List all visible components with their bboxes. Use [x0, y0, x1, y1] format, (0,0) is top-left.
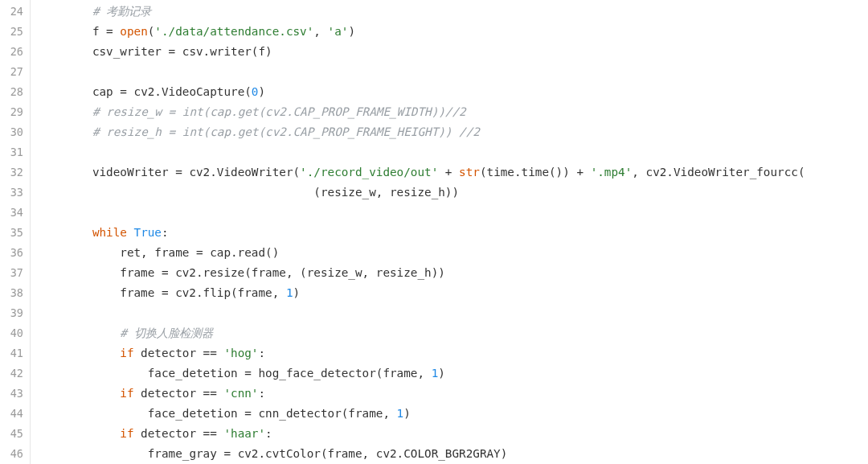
code-line[interactable] — [37, 62, 868, 82]
code-token: face_detetion = cnn_detector(frame, — [148, 407, 397, 420]
line-number: 37 — [0, 263, 30, 283]
line-number: 34 — [0, 203, 30, 223]
code-token: : — [265, 427, 272, 440]
code-token: '.mp4' — [591, 166, 633, 179]
line-number: 35 — [0, 223, 30, 243]
code-line[interactable]: ret, frame = cap.read() — [37, 243, 868, 263]
line-number: 36 — [0, 243, 30, 263]
code-token — [127, 226, 134, 239]
code-token: : — [258, 347, 265, 359]
code-token: ) — [438, 367, 445, 380]
code-token: videoWriter = cv2.VideoWriter( — [92, 166, 300, 179]
code-token: 'haar' — [223, 427, 265, 440]
code-token: , — [313, 25, 327, 38]
code-line[interactable]: cap = cv2.VideoCapture(0) — [37, 82, 868, 102]
line-number: 41 — [0, 343, 30, 363]
indent — [37, 367, 148, 380]
code-token: , cv2.VideoWriter_fourcc( — [632, 166, 805, 179]
indent — [37, 105, 92, 118]
code-token: ) — [258, 85, 265, 98]
code-token: 'hog' — [223, 347, 258, 359]
code-line[interactable]: videoWriter = cv2.VideoWriter('./record_… — [37, 162, 868, 183]
indent — [37, 347, 120, 359]
code-token: ) — [293, 286, 301, 299]
code-line[interactable]: # resize_h = int(cap.get(cv2.CAP_PROP_FR… — [37, 122, 868, 142]
indent — [37, 286, 120, 299]
code-token: : — [258, 387, 265, 400]
code-line[interactable]: face_detetion = cnn_detector(frame, 1) — [37, 404, 868, 424]
indent — [37, 186, 313, 199]
indent — [37, 226, 92, 239]
indent — [37, 5, 92, 18]
code-line[interactable]: frame = cv2.flip(frame, 1) — [37, 283, 868, 303]
code-token: ) — [403, 407, 411, 420]
code-line[interactable]: if detector == 'hog': — [37, 343, 868, 363]
code-line[interactable]: frame_gray = cv2.cvtColor(frame, cv2.COL… — [37, 444, 868, 464]
code-line[interactable]: # 切换人脸检测器 — [37, 323, 868, 343]
line-number-gutter: 2425262728293031323334353637383940414243… — [0, 0, 31, 464]
code-token: face_detetion = hog_face_detector(frame, — [148, 367, 432, 380]
code-token: './data/attendance.csv' — [154, 25, 313, 38]
code-token: + — [438, 166, 459, 179]
code-line[interactable]: f = open('./data/attendance.csv', 'a') — [37, 22, 868, 42]
code-token: if — [120, 387, 133, 400]
code-token: # 考勤记录 — [92, 5, 151, 18]
code-editor: 2425262728293031323334353637383940414243… — [0, 0, 868, 464]
code-line[interactable]: (resize_w, resize_h)) — [37, 183, 868, 203]
code-token: './record_video/out' — [300, 166, 438, 179]
code-line[interactable]: # resize_w = int(cap.get(cv2.CAP_PROP_FR… — [37, 102, 868, 122]
code-token: # resize_h = int(cap.get(cv2.CAP_PROP_FR… — [92, 125, 480, 138]
code-token: True — [134, 226, 162, 239]
indent — [37, 25, 92, 38]
code-line[interactable]: while True: — [37, 223, 868, 243]
code-token: # 切换人脸检测器 — [120, 326, 212, 339]
code-line[interactable]: csv_writer = csv.writer(f) — [37, 42, 868, 62]
code-line[interactable]: frame = cv2.resize(frame, (resize_w, res… — [37, 263, 868, 283]
code-token: 1 — [397, 407, 404, 420]
line-number: 25 — [0, 22, 30, 42]
code-token: detector == — [134, 347, 224, 359]
line-number: 28 — [0, 82, 30, 102]
code-token: f = — [92, 25, 120, 38]
code-line[interactable] — [37, 142, 868, 162]
line-number: 43 — [0, 384, 30, 404]
line-number: 40 — [0, 323, 30, 343]
line-number: 29 — [0, 102, 30, 122]
code-token: ) — [348, 25, 355, 38]
code-token: 1 — [432, 367, 439, 380]
line-number: 45 — [0, 424, 30, 444]
line-number: 33 — [0, 183, 30, 203]
code-token: while — [92, 226, 127, 239]
line-number: 32 — [0, 162, 30, 183]
code-token: cap = cv2.VideoCapture( — [92, 85, 252, 98]
code-token: 'cnn' — [223, 387, 258, 400]
indent — [37, 166, 92, 179]
code-token: frame = cv2.flip(frame, — [120, 286, 286, 299]
indent — [37, 45, 92, 58]
code-line[interactable]: # 考勤记录 — [37, 2, 868, 22]
indent — [37, 427, 120, 440]
code-line[interactable]: face_detetion = hog_face_detector(frame,… — [37, 363, 868, 384]
line-number: 26 — [0, 42, 30, 62]
code-line[interactable] — [37, 303, 868, 323]
code-line[interactable]: if detector == 'haar': — [37, 424, 868, 444]
code-token: ret, frame = cap.read() — [120, 246, 279, 259]
code-token: if — [120, 427, 133, 440]
code-token: detector == — [134, 427, 224, 440]
indent — [37, 246, 120, 259]
code-token: open — [120, 25, 147, 38]
line-number: 24 — [0, 2, 30, 22]
code-token: 'a' — [328, 25, 349, 38]
code-token: if — [120, 347, 133, 359]
indent — [37, 125, 92, 138]
code-line[interactable]: if detector == 'cnn': — [37, 384, 868, 404]
code-token: : — [162, 226, 169, 239]
code-line[interactable] — [37, 203, 868, 223]
code-token: 1 — [286, 286, 293, 299]
line-number: 31 — [0, 142, 30, 162]
code-area[interactable]: # 考勤记录 f = open('./data/attendance.csv',… — [31, 0, 868, 464]
code-token: csv_writer = csv.writer(f) — [92, 45, 272, 58]
indent — [37, 447, 148, 460]
code-token: (resize_w, resize_h)) — [313, 186, 459, 199]
code-token: str — [459, 166, 480, 179]
